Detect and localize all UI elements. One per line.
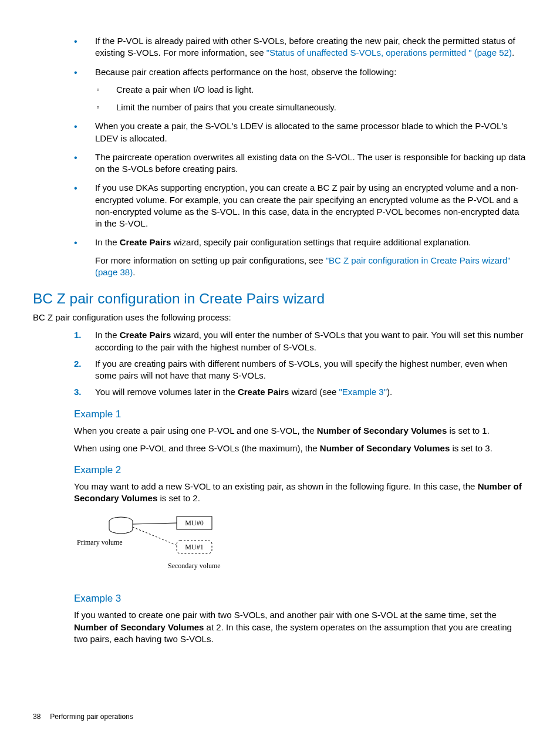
text: wizard, specify pair configuration setti… bbox=[171, 237, 471, 247]
text: When you create a pair, the S-VOL's LDEV… bbox=[95, 121, 508, 143]
list-item: When you create a pair, the S-VOL's LDEV… bbox=[74, 120, 527, 144]
bold-text: Create Pairs bbox=[120, 330, 171, 340]
top-bullet-list: If the P-VOL is already paired with othe… bbox=[74, 35, 527, 278]
list-item: If the P-VOL is already paired with othe… bbox=[74, 35, 527, 59]
page-number: 38 bbox=[33, 713, 41, 721]
text: The paircreate operation overwrites all … bbox=[95, 152, 525, 174]
svg-line-4 bbox=[133, 527, 177, 545]
mu0-label: MU#0 bbox=[185, 519, 203, 527]
bold-text: Create Pairs bbox=[238, 387, 289, 397]
bold-text: Number of Secondary Volumes bbox=[317, 426, 447, 436]
paragraph: When you create a pair using one P-VOL a… bbox=[74, 425, 527, 437]
text: wizard (see bbox=[289, 387, 339, 397]
text: Limit the number of pairs that you creat… bbox=[116, 102, 336, 112]
text: If you use DKAs supporting encryption, y… bbox=[95, 183, 519, 228]
bold-text: Create Pairs bbox=[120, 237, 171, 247]
svg-line-3 bbox=[133, 523, 177, 524]
sub-list: Create a pair when I/O load is light. Li… bbox=[95, 84, 527, 114]
step-number: 3. bbox=[74, 386, 82, 398]
text: If you wanted to create one pair with tw… bbox=[74, 610, 497, 620]
list-item: Because pair creation affects performanc… bbox=[74, 66, 527, 114]
text: When using one P-VOL and three S-VOLs (t… bbox=[74, 443, 320, 453]
list-item: In the Create Pairs wizard, specify pair… bbox=[74, 237, 527, 278]
list-item: 2. If you are creating pairs with differ… bbox=[74, 358, 527, 382]
list-item: 3. You will remove volumes later in the … bbox=[74, 386, 527, 398]
list-item: The paircreate operation overwrites all … bbox=[74, 151, 527, 175]
volume-diagram: MU#0 MU#1 Primary volume Secondary volum… bbox=[74, 512, 227, 583]
example-heading: Example 2 bbox=[74, 464, 527, 477]
paragraph: You may want to add a new S-VOL to an ex… bbox=[74, 481, 527, 505]
link-status-unaffected[interactable]: "Status of unaffected S-VOLs, operations… bbox=[266, 48, 512, 58]
text: You may want to add a new S-VOL to an ex… bbox=[74, 481, 478, 491]
text: You will remove volumes later in the bbox=[95, 387, 238, 397]
list-item: Create a pair when I/O load is light. bbox=[95, 84, 527, 96]
text: . bbox=[512, 48, 514, 58]
page: If the P-VOL is already paired with othe… bbox=[0, 0, 560, 746]
section-intro: BC Z pair configuration uses the followi… bbox=[33, 312, 527, 323]
list-item: 1. In the Create Pairs wizard, you will … bbox=[74, 329, 527, 353]
example-2: Example 2 You may want to add a new S-VO… bbox=[74, 464, 527, 504]
text: is set to 1. bbox=[447, 426, 490, 436]
text: For more information on setting up pair … bbox=[95, 255, 326, 265]
text: Because pair creation affects performanc… bbox=[95, 67, 396, 77]
text: is set to 2. bbox=[157, 493, 200, 503]
text: When you create a pair using one P-VOL a… bbox=[74, 426, 317, 436]
numbered-list: 1. In the Create Pairs wizard, you will … bbox=[74, 329, 527, 398]
diagram-svg: MU#0 MU#1 Primary volume Secondary volum… bbox=[74, 512, 227, 583]
primary-label: Primary volume bbox=[77, 538, 123, 546]
step-number: 2. bbox=[74, 358, 82, 370]
paragraph: If you wanted to create one pair with tw… bbox=[74, 609, 527, 645]
text: If you are creating pairs with different… bbox=[95, 359, 508, 380]
section-heading: BC Z pair configuration in Create Pairs … bbox=[33, 289, 527, 308]
text: In the bbox=[95, 237, 120, 247]
text: . bbox=[133, 267, 135, 277]
paragraph: For more information on setting up pair … bbox=[95, 255, 527, 279]
list-item: Limit the number of pairs that you creat… bbox=[95, 102, 527, 113]
step-number: 1. bbox=[74, 329, 82, 341]
text: In the bbox=[95, 330, 120, 340]
bold-text: Number of Secondary Volumes bbox=[74, 622, 204, 632]
example-heading: Example 1 bbox=[74, 408, 527, 421]
text: is set to 3. bbox=[450, 443, 492, 453]
text: ). bbox=[387, 387, 392, 397]
example-heading: Example 3 bbox=[74, 592, 527, 606]
secondary-label: Secondary volume bbox=[168, 562, 221, 570]
paragraph: When using one P-VOL and three S-VOLs (t… bbox=[74, 443, 527, 454]
example-3: Example 3 If you wanted to create one pa… bbox=[74, 592, 527, 645]
link-example-3[interactable]: "Example 3" bbox=[339, 387, 387, 397]
footer-title: Performing pair operations bbox=[50, 713, 133, 721]
page-footer: 38Performing pair operations bbox=[33, 712, 133, 721]
bold-text: Number of Secondary Volumes bbox=[320, 443, 450, 453]
list-item: If you use DKAs supporting encryption, y… bbox=[74, 182, 527, 229]
text: Create a pair when I/O load is light. bbox=[116, 85, 254, 94]
mu1-label: MU#1 bbox=[185, 543, 203, 551]
example-1: Example 1 When you create a pair using o… bbox=[74, 408, 527, 454]
